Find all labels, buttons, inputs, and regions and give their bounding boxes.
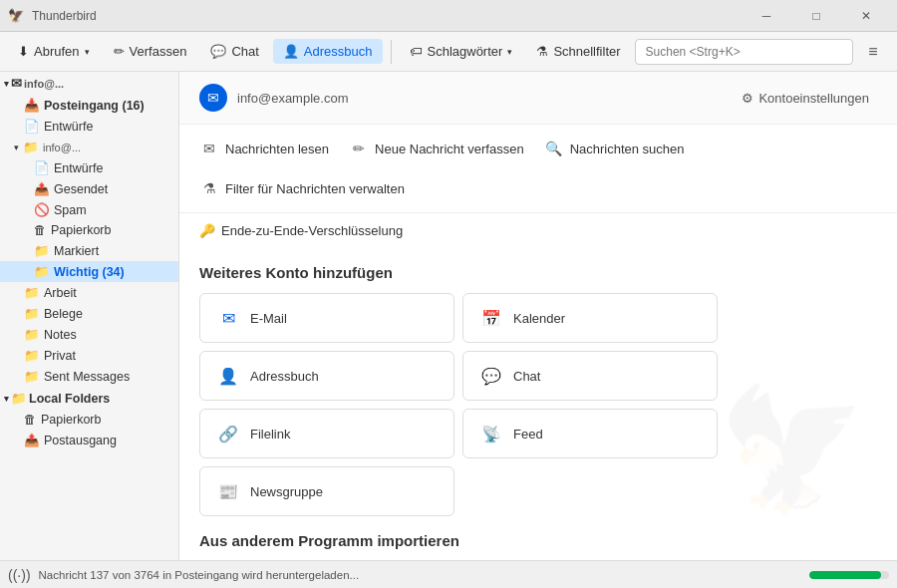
- folder-icon-5: 📁: [24, 306, 40, 321]
- collapse-icon: ▾: [4, 79, 9, 89]
- sidebar-subfolder-toggle[interactable]: ▾ 📁 info@...: [0, 137, 178, 157]
- sidebar-item-label: Notes: [44, 328, 77, 342]
- feed-card-icon: 📡: [479, 422, 503, 445]
- email-card-icon: ✉: [216, 306, 240, 330]
- search-icon: 🔍: [544, 139, 564, 158]
- abrufen-button[interactable]: ⬇ Abrufen ▾: [8, 39, 100, 64]
- trash-icon-2: 🗑: [24, 413, 37, 427]
- sidebar-item-label: Entwürfe: [54, 161, 103, 175]
- chevron-down-icon: ▾: [85, 47, 90, 57]
- email-card-label: E-Mail: [250, 311, 287, 326]
- newsgruppe-card[interactable]: 📰 Newsgruppe: [199, 466, 454, 516]
- sidebar-item-label: Posteingang (16): [44, 99, 145, 113]
- adressbuch-card[interactable]: 👤 Adressbuch: [199, 351, 454, 401]
- draft-icon: 📄: [24, 119, 40, 134]
- schnellfilter-label: Schnellfilter: [553, 44, 620, 59]
- sidebar-item-label: Gesendet: [54, 182, 108, 196]
- trash-icon: 🗑: [34, 223, 47, 237]
- sidebar-item-posteingang[interactable]: 📥 Posteingang (16): [0, 95, 178, 116]
- sidebar-item-label: Wichtig (34): [54, 265, 125, 279]
- search-input[interactable]: [635, 39, 853, 65]
- sidebar-item-label: Papierkorb: [41, 413, 101, 427]
- sidebar-item-label: Belege: [44, 307, 83, 321]
- local-folders-icon: 📁: [11, 391, 27, 406]
- filter-icon: ⚗: [536, 44, 548, 59]
- filelink-card-label: Filelink: [250, 427, 290, 441]
- sidebar-item-privat[interactable]: 📁 Privat: [0, 345, 178, 366]
- sidebar-item-papierkorb[interactable]: 🗑 Papierkorb: [0, 220, 178, 240]
- folder-icon-4: 📁: [24, 285, 40, 300]
- folder-icon-2: 📁: [34, 243, 50, 258]
- minimize-button[interactable]: ─: [744, 0, 789, 32]
- nachrichten-lesen-label: Nachrichten lesen: [225, 142, 329, 156]
- chat-card-icon: 💬: [479, 364, 503, 388]
- weiteres-konto-title: Weiteres Konto hinzufügen: [179, 248, 897, 293]
- sidebar-item-lf-papierkorb[interactable]: 🗑 Papierkorb: [0, 410, 178, 430]
- adressbuch-card-icon: 👤: [216, 364, 240, 388]
- local-folders-label: Local Folders: [29, 392, 110, 406]
- titlebar: 🦅 Thunderbird ─ □ ✕: [0, 0, 897, 32]
- sidebar: ▾ ✉ info@... 📥 Posteingang (16) 📄 Entwür…: [0, 72, 179, 560]
- email-card[interactable]: ✉ E-Mail: [199, 293, 454, 343]
- sidebar-item-spam[interactable]: 🚫 Spam: [0, 199, 178, 220]
- filter-nachrichten-button[interactable]: ⚗ Filter für Nachrichten verwalten: [199, 178, 405, 198]
- window-title: Thunderbird: [32, 9, 744, 23]
- sidebar-item-markiert[interactable]: 📁 Markiert: [0, 240, 178, 261]
- filelink-card[interactable]: 🔗 Filelink: [199, 409, 454, 458]
- chevron-icon: ▾: [14, 143, 19, 152]
- chat-card-label: Chat: [513, 369, 540, 384]
- sidebar-item-label: Postausgang: [44, 434, 117, 447]
- adressbuch-label: Adressbuch: [304, 44, 373, 59]
- restore-button[interactable]: □: [793, 0, 839, 32]
- sidebar-item-entworfe-top[interactable]: 📄 Entwürfe: [0, 116, 178, 137]
- chat-card[interactable]: 💬 Chat: [462, 351, 718, 401]
- nachrichten-suchen-button[interactable]: 🔍 Nachrichten suchen: [544, 139, 685, 158]
- account-header: ✉ info@example.com ⚙ Kontoeinstellungen: [179, 72, 897, 125]
- sidebar-item-label: Sent Messages: [44, 370, 130, 384]
- sidebar-item-sent-messages[interactable]: 📁 Sent Messages: [0, 366, 178, 387]
- neue-nachricht-button[interactable]: ✏ Neue Nachricht verfassen: [349, 139, 524, 158]
- sidebar-item-wichtig[interactable]: 📁 Wichtig (34): [0, 261, 178, 282]
- kalender-card[interactable]: 📅 Kalender: [462, 293, 718, 343]
- account-name: info@...: [24, 78, 64, 90]
- encryption-button[interactable]: 🔑 Ende-zu-Ende-Verschlüsselung: [179, 213, 423, 248]
- close-button[interactable]: ✕: [843, 0, 889, 32]
- nachrichten-suchen-label: Nachrichten suchen: [570, 142, 685, 156]
- sidebar-item-entworfe[interactable]: 📄 Entwürfe: [0, 157, 178, 178]
- quick-actions: ✉ Nachrichten lesen ✏ Neue Nachricht ver…: [179, 125, 897, 213]
- adressbuch-button[interactable]: 👤 Adressbuch: [273, 39, 383, 64]
- main-layout: ▾ ✉ info@... 📥 Posteingang (16) 📄 Entwür…: [0, 72, 897, 560]
- schlagwoerter-label: Schlagwörter: [428, 44, 503, 59]
- sidebar-item-label: Spam: [54, 203, 87, 217]
- chat-button[interactable]: 💬 Chat: [200, 39, 268, 64]
- sidebar-account-section[interactable]: ▾ ✉ info@...: [0, 72, 178, 95]
- sidebar-item-arbeit[interactable]: 📁 Arbeit: [0, 282, 178, 303]
- hamburger-menu-button[interactable]: ≡: [857, 36, 889, 68]
- watermark: 🦅: [718, 380, 867, 520]
- status-message: Nachricht 137 von 3764 in Posteingang wi…: [39, 569, 360, 581]
- mail-icon: ✉: [11, 76, 22, 91]
- chevron-down-icon-2: ▾: [507, 47, 512, 57]
- feed-card[interactable]: 📡 Feed: [462, 409, 718, 458]
- download-progress-bar: [809, 571, 889, 579]
- app-icon: 🦅: [8, 8, 24, 24]
- account-settings-button[interactable]: ⚙ Kontoeinstellungen: [734, 87, 877, 110]
- newsgruppe-card-icon: 📰: [216, 479, 240, 503]
- folder-icon-8: 📁: [24, 369, 40, 384]
- account-settings-label: Kontoeinstellungen: [758, 91, 869, 106]
- sidebar-item-gesendet[interactable]: 📤 Gesendet: [0, 178, 178, 199]
- nachrichten-lesen-button[interactable]: ✉ Nachrichten lesen: [199, 139, 329, 158]
- sidebar-item-belege[interactable]: 📁 Belege: [0, 303, 178, 324]
- sidebar-local-folders-section[interactable]: ▾ 📁 Local Folders: [0, 387, 178, 410]
- sidebar-item-lf-postausgang[interactable]: 📤 Postausgang: [0, 430, 178, 450]
- kalender-card-label: Kalender: [513, 311, 565, 326]
- verfassen-button[interactable]: ✏ Verfassen: [104, 39, 197, 64]
- chat-icon: 💬: [210, 44, 226, 59]
- schlagwoerter-button[interactable]: 🏷 Schlagwörter ▾: [400, 39, 523, 64]
- schnellfilter-button[interactable]: ⚗ Schnellfilter: [526, 39, 630, 64]
- tag-icon: 🏷: [410, 44, 423, 59]
- sidebar-item-label: Markiert: [54, 244, 99, 258]
- inbox-icon: 📥: [24, 98, 40, 113]
- sidebar-item-notes[interactable]: 📁 Notes: [0, 324, 178, 345]
- collapse-icon-2: ▾: [4, 394, 9, 404]
